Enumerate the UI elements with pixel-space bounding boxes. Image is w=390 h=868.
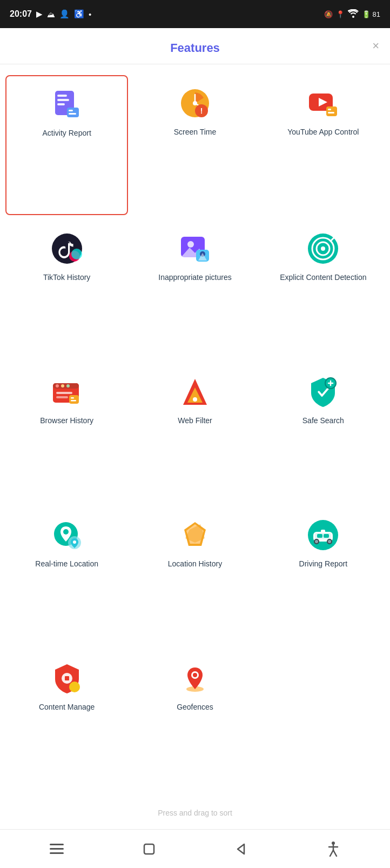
svg-point-36	[56, 384, 59, 388]
tiktok-history-label: TikTok History	[43, 272, 90, 282]
person-status-icon: 👤	[59, 9, 70, 19]
feature-item-location-history[interactable]: Location History	[133, 507, 256, 645]
safe-search-label: Safe Search	[302, 416, 344, 425]
driving-report-label: Driving Report	[299, 559, 347, 569]
browser-history-icon	[49, 373, 85, 410]
youtube-app-control-icon	[305, 85, 341, 122]
feature-item-activity-report[interactable]: Activity Report	[5, 75, 128, 215]
svg-rect-42	[71, 397, 74, 399]
svg-rect-1	[57, 95, 67, 97]
svg-rect-66	[321, 530, 325, 533]
driving-report-icon	[305, 517, 341, 553]
feature-item-browser-history[interactable]: Browser History	[5, 364, 128, 502]
realtime-location-icon	[49, 517, 85, 553]
back-icon	[237, 843, 245, 855]
mountains-status-icon: ⛰	[47, 10, 55, 19]
svg-rect-68	[324, 534, 329, 538]
svg-point-46	[193, 397, 197, 402]
svg-line-33	[333, 235, 335, 237]
screen-time-icon: !	[177, 85, 213, 122]
svg-rect-16	[328, 109, 331, 110]
svg-rect-40	[56, 396, 68, 398]
nav-back-button[interactable]	[228, 836, 254, 862]
header: Features ×	[0, 28, 390, 64]
svg-point-63	[315, 540, 318, 543]
feature-item-youtube-app-control[interactable]: YouTube App Control	[262, 75, 385, 215]
explicit-content-detection-icon	[305, 230, 341, 267]
svg-marker-79	[238, 844, 244, 854]
features-grid: Activity Report ! Screen Time	[0, 64, 390, 799]
accessibility-icon	[327, 842, 340, 857]
svg-point-55	[73, 540, 76, 544]
nav-accessibility-button[interactable]	[320, 836, 346, 862]
inappropriate-pictures-label: Inappropriate pictures	[158, 272, 231, 282]
feature-item-explicit-content-detection[interactable]: Explicit Content Detection	[262, 221, 385, 358]
location-history-icon	[177, 517, 213, 553]
inappropriate-pictures-icon	[177, 230, 213, 267]
location-status-icon: 📍	[336, 10, 345, 18]
safe-search-icon	[305, 373, 341, 410]
svg-rect-78	[144, 844, 154, 854]
youtube-app-control-label: YouTube App Control	[287, 127, 359, 137]
svg-line-84	[333, 850, 337, 856]
status-bar: 20:07 ▶ ⛰ 👤 ♿ • 🔕 📍 🔋 81	[0, 0, 390, 28]
status-right: 🔕 📍 🔋 81	[324, 9, 380, 19]
realtime-location-label: Real-time Location	[35, 559, 98, 569]
feature-item-geofences[interactable]: Geofences	[133, 650, 256, 788]
feature-item-web-filter[interactable]: Web Filter	[133, 364, 256, 502]
youtube-status-icon: ▶	[36, 9, 43, 19]
svg-line-83	[330, 850, 333, 856]
svg-point-38	[66, 384, 70, 388]
explicit-content-detection-label: Explicit Content Detection	[280, 272, 366, 282]
activity-report-label: Activity Report	[43, 128, 91, 138]
svg-point-30	[321, 246, 325, 251]
screen-time-label: Screen Time	[174, 127, 217, 137]
feature-item-driving-report[interactable]: Driving Report	[262, 507, 385, 645]
svg-point-53	[63, 529, 69, 535]
svg-rect-75	[50, 844, 64, 845]
svg-point-20	[71, 249, 82, 259]
location-history-label: Location History	[168, 559, 222, 569]
feature-item-realtime-location[interactable]: Real-time Location	[5, 507, 128, 645]
nav-menu-button[interactable]	[44, 836, 70, 862]
battery-icon: 🔋 81	[362, 10, 380, 18]
svg-rect-39	[56, 392, 72, 394]
geofences-label: Geofences	[177, 702, 213, 712]
feature-item-screen-time[interactable]: ! Screen Time	[133, 75, 256, 215]
svg-point-71	[69, 682, 80, 692]
feature-item-content-manage[interactable]: Content Manage	[5, 650, 128, 788]
svg-rect-76	[50, 848, 64, 850]
svg-text:!: !	[200, 106, 203, 115]
svg-rect-17	[328, 112, 334, 113]
svg-rect-15	[326, 106, 337, 116]
geofences-icon	[177, 660, 213, 697]
feature-item-tiktok-history[interactable]: TikTok History	[5, 221, 128, 358]
content-manage-label: Content Manage	[39, 702, 95, 712]
feature-item-inappropriate-pictures[interactable]: Inappropriate pictures	[133, 221, 256, 358]
feature-item-safe-search[interactable]: Safe Search	[262, 364, 385, 502]
nav-home-button[interactable]	[136, 836, 162, 862]
main-content: Features × Activity Report	[0, 28, 390, 868]
activity-report-icon	[49, 86, 85, 123]
close-button[interactable]: ×	[372, 40, 379, 52]
web-filter-label: Web Filter	[178, 416, 212, 425]
svg-rect-2	[57, 99, 69, 101]
svg-rect-41	[69, 395, 79, 404]
svg-rect-6	[69, 113, 76, 115]
svg-point-74	[193, 673, 197, 677]
drag-hint: Press and drag to sort	[0, 799, 390, 829]
svg-rect-43	[71, 400, 76, 402]
status-left: 20:07 ▶ ⛰ 👤 ♿ •	[10, 9, 91, 19]
svg-point-22	[187, 241, 194, 248]
nav-bar	[0, 829, 390, 868]
web-filter-icon	[177, 373, 213, 410]
svg-rect-5	[69, 110, 73, 111]
content-manage-icon	[49, 660, 85, 697]
browser-history-label: Browser History	[40, 416, 93, 425]
svg-point-65	[328, 540, 331, 543]
svg-rect-3	[57, 103, 65, 105]
wifi-icon	[348, 9, 359, 19]
menu-icon	[50, 844, 64, 854]
mute-icon: 🔕	[324, 10, 333, 18]
square-icon	[143, 843, 155, 855]
